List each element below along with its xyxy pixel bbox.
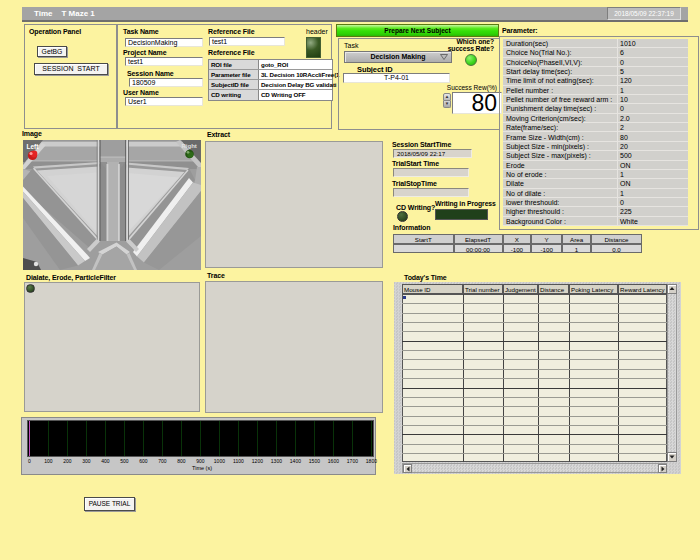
- svg-text:Right: Right: [182, 143, 197, 149]
- svg-text:Left: Left: [27, 143, 40, 150]
